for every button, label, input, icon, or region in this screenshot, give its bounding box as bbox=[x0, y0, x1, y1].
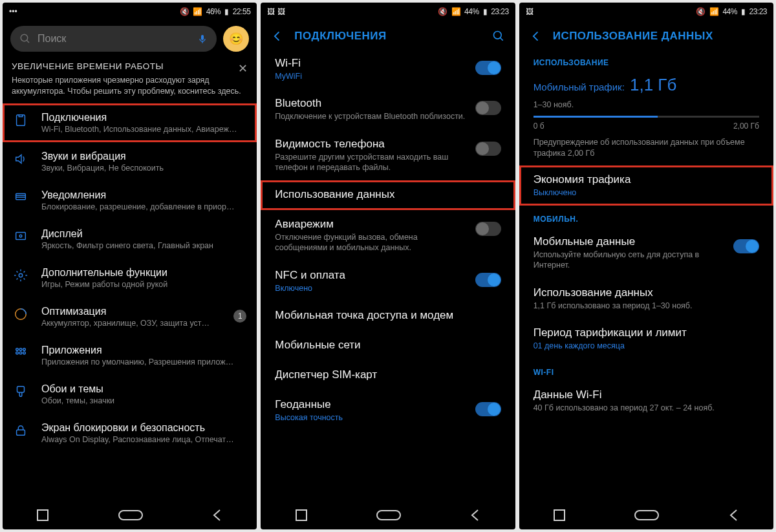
row-billing-cycle[interactable]: Период тарификации и лимит 01 день каждо… bbox=[519, 319, 773, 359]
android-nav-bar bbox=[3, 501, 257, 529]
search-row: Поиск 😊 bbox=[3, 21, 257, 57]
status-bar: 🖼 🖼 🔇 📶 44% ▮ 23:23 bbox=[261, 3, 515, 21]
svg-point-21 bbox=[493, 32, 501, 39]
badge-count: 1 bbox=[233, 310, 246, 323]
row-wifi[interactable]: Wi-Fi MyWiFi bbox=[261, 49, 515, 89]
wifi-toggle[interactable] bbox=[475, 61, 501, 75]
mic-icon[interactable] bbox=[197, 32, 208, 45]
app-header: ИСПОЛЬЗОВАНИЕ ДАННЫХ bbox=[519, 21, 773, 49]
optimization-icon bbox=[13, 307, 28, 321]
recents-button[interactable] bbox=[294, 508, 308, 522]
bluetooth-toggle[interactable] bbox=[475, 101, 501, 115]
row-mobile-usage[interactable]: Использование данных 1,1 Гб использовано… bbox=[519, 279, 773, 319]
back-button[interactable] bbox=[469, 508, 482, 522]
clock: 23:23 bbox=[491, 7, 509, 16]
visibility-toggle[interactable] bbox=[475, 142, 501, 156]
section-wifi-label: WI-FI bbox=[519, 359, 773, 381]
battery-percent: 44% bbox=[722, 7, 737, 16]
svg-line-1 bbox=[27, 40, 29, 43]
svg-rect-18 bbox=[17, 430, 25, 435]
usage-label: Мобильный трафик: bbox=[534, 81, 625, 92]
svg-point-15 bbox=[19, 352, 22, 354]
row-airplane[interactable]: Авиарежим Отключение функций вызова, обм… bbox=[261, 210, 515, 261]
back-arrow-icon[interactable] bbox=[271, 30, 284, 43]
status-bar: 🖼 🔇 📶 44% ▮ 23:23 bbox=[519, 3, 773, 21]
search-input[interactable]: Поиск bbox=[10, 26, 217, 52]
row-location[interactable]: Геоданные Высокая точность bbox=[261, 390, 515, 431]
search-icon[interactable] bbox=[492, 30, 505, 43]
row-sim-manager[interactable]: Диспетчер SIM-карт bbox=[261, 361, 515, 390]
display-icon bbox=[13, 229, 28, 244]
row-hotspot[interactable]: Мобильная точка доступа и модем bbox=[261, 301, 515, 331]
page-title: ПОДКЛЮЧЕНИЯ bbox=[294, 30, 386, 43]
svg-point-16 bbox=[23, 352, 26, 354]
settings-item-sounds[interactable]: Звуки и вибрация Звуки, Вибрация, Не бес… bbox=[3, 142, 257, 181]
search-icon bbox=[19, 33, 31, 45]
battery-icon: ▮ bbox=[224, 7, 229, 16]
row-bluetooth[interactable]: Bluetooth Подключение к устройствам Blue… bbox=[261, 89, 515, 129]
back-button[interactable] bbox=[211, 508, 224, 522]
battery-tip-card[interactable]: УВЕЛИЧЕНИЕ ВРЕМЕНИ РАБОТЫ ✕ Некоторые пр… bbox=[12, 61, 248, 97]
settings-item-optimization[interactable]: Оптимизация Аккумулятор, хранилище, ОЗУ,… bbox=[3, 297, 257, 336]
battery-percent: 46% bbox=[206, 7, 221, 16]
row-wifi-usage[interactable]: Данные Wi-Fi 40 Гб использовано за перио… bbox=[519, 381, 773, 421]
settings-item-notifications[interactable]: Уведомления Блокирование, разрешение, до… bbox=[3, 181, 257, 220]
settings-item-advanced[interactable]: Дополнительные функции Игры, Режим работ… bbox=[3, 259, 257, 297]
battery-icon: ▮ bbox=[483, 7, 488, 16]
mute-icon: 🔇 bbox=[438, 7, 447, 16]
status-notif-icon: 🖼 bbox=[526, 7, 534, 16]
close-icon[interactable]: ✕ bbox=[238, 61, 248, 76]
usage-scale-max: 2,00 Гб bbox=[733, 122, 759, 131]
svg-point-12 bbox=[19, 348, 22, 351]
settings-item-connections[interactable]: Подключения Wi-Fi, Bluetooth, Использова… bbox=[3, 103, 257, 142]
clock: 23:23 bbox=[749, 7, 767, 16]
svg-point-0 bbox=[21, 34, 28, 41]
mute-icon: 🔇 bbox=[180, 7, 189, 16]
app-header: ПОДКЛЮЧЕНИЯ bbox=[261, 21, 515, 49]
row-mobile-data[interactable]: Мобильные данные Используйте мобильную с… bbox=[519, 228, 773, 279]
profile-avatar[interactable]: 😊 bbox=[223, 26, 249, 52]
recents-button[interactable] bbox=[552, 508, 566, 522]
mobile-data-toggle[interactable] bbox=[733, 239, 759, 253]
row-data-usage[interactable]: Использование данных bbox=[261, 180, 515, 210]
row-nfc[interactable]: NFC и оплата Включено bbox=[261, 261, 515, 301]
back-arrow-icon[interactable] bbox=[530, 30, 543, 43]
svg-point-8 bbox=[19, 235, 22, 237]
svg-point-11 bbox=[16, 348, 19, 351]
recents-button[interactable] bbox=[36, 508, 50, 522]
settings-item-wallpapers[interactable]: Обои и темы Обои, темы, значки bbox=[3, 375, 257, 414]
apps-icon bbox=[13, 346, 28, 360]
row-mobile-networks[interactable]: Мобильные сети bbox=[261, 331, 515, 361]
brush-icon bbox=[13, 385, 28, 399]
home-button[interactable] bbox=[632, 508, 661, 522]
settings-item-display[interactable]: Дисплей Яркость, Фильтр синего света, Гл… bbox=[3, 220, 257, 259]
status-notif-icon: 🖼 🖼 bbox=[267, 7, 285, 16]
airplane-toggle[interactable] bbox=[475, 222, 501, 236]
phone-settings-main: ••• 🔇 📶 46% ▮ 22:55 Поиск 😊 У bbox=[3, 3, 257, 529]
signal-icon: 📶 bbox=[709, 7, 719, 16]
status-notif-icon: ••• bbox=[9, 7, 17, 16]
row-visibility[interactable]: Видимость телефона Разрешите другим устр… bbox=[261, 130, 515, 181]
section-usage-label: ИСПОЛЬЗОВАНИЕ bbox=[519, 49, 773, 71]
svg-rect-25 bbox=[554, 510, 565, 520]
location-toggle[interactable] bbox=[475, 402, 501, 416]
svg-line-22 bbox=[500, 38, 502, 41]
settings-item-lock-security[interactable]: Экран блокировки и безопасность Always O… bbox=[3, 414, 257, 452]
nfc-toggle[interactable] bbox=[475, 273, 501, 287]
svg-point-14 bbox=[16, 352, 19, 354]
usage-summary[interactable]: Мобильный трафик: 1,1 Гб 1–30 нояб. 0 б … bbox=[519, 71, 773, 165]
svg-rect-26 bbox=[635, 511, 658, 520]
home-button[interactable] bbox=[116, 508, 145, 522]
settings-item-apps[interactable]: Приложения Приложения по умолчанию, Разр… bbox=[3, 336, 257, 375]
usage-scale-min: 0 б bbox=[534, 122, 544, 131]
battery-icon: ▮ bbox=[741, 7, 746, 16]
back-button[interactable] bbox=[727, 508, 740, 522]
home-button[interactable] bbox=[374, 508, 403, 522]
usage-value: 1,1 Гб bbox=[630, 75, 676, 94]
connections-list: Wi-Fi MyWiFi Bluetooth Подключение к уст… bbox=[261, 49, 515, 501]
mute-icon: 🔇 bbox=[696, 7, 706, 16]
sound-icon bbox=[13, 152, 28, 166]
row-data-saver[interactable]: Экономия трафика Выключено bbox=[519, 165, 773, 206]
svg-rect-17 bbox=[17, 387, 25, 392]
usage-progress-bar bbox=[534, 116, 759, 118]
